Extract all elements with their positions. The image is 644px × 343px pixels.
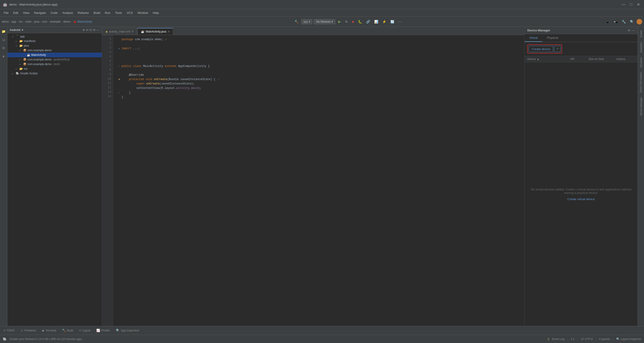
no-devices-selector[interactable]: No Devices ▾ — [314, 19, 335, 24]
menu-help[interactable]: Help — [151, 10, 161, 15]
device-manager-icon[interactable]: 📱 — [604, 19, 611, 24]
sync-tree-icon[interactable]: ⇄ — [86, 28, 88, 32]
device-tab-physical[interactable]: Physical — [542, 34, 563, 42]
create-device-button[interactable]: Create device — [529, 46, 553, 52]
sync-icon[interactable]: 🔄 — [389, 19, 396, 24]
code-line-1: package com.example.demo; ✓ — [117, 37, 521, 42]
menu-run[interactable]: Run — [103, 10, 112, 15]
bottom-tab-logcat[interactable]: ≡ Logcat — [76, 327, 93, 334]
tree-item-mainactivity[interactable]: ☕ MainActivity — [8, 53, 102, 57]
breadcrumb-demo[interactable]: demo — [2, 20, 9, 23]
event-log-count: 3 — [548, 337, 549, 341]
menu-window[interactable]: Window — [136, 10, 150, 15]
code-line-4 — [117, 51, 521, 55]
add-icon[interactable]: ⊕ — [82, 28, 85, 32]
search-icon[interactable]: 🔍 — [628, 19, 635, 24]
hide-icon[interactable]: — — [96, 28, 100, 32]
breadcrumb-src[interactable]: src — [19, 20, 23, 23]
right-side-tabs: Gradle Assistant Emulator Device File Ex… — [638, 27, 644, 326]
user-icon[interactable]: A — [636, 19, 642, 24]
tree-item-package-androidtest[interactable]: 📦 com.example.demo (androidTest) — [8, 57, 102, 62]
maximize-button[interactable]: □ — [628, 2, 634, 7]
sdk-icon[interactable]: 🔧 — [620, 19, 627, 24]
code-line-10: ⚙ protected void onCreate(Bundle savedIn… — [117, 77, 521, 82]
reload-icon[interactable]: ↻ — [344, 19, 349, 24]
bottom-tab-app-inspection[interactable]: 🔍 App Inspection — [113, 327, 142, 334]
indent-item[interactable]: 4 spaces — [599, 338, 610, 341]
app-selector[interactable]: app ▾ — [301, 19, 312, 24]
breadcrumb-mainactivity[interactable]: 🐞 MainActivity — [73, 20, 92, 23]
breadcrumb-main[interactable]: main — [26, 20, 32, 23]
layout-inspector-item[interactable]: 🔍 Layout Inspector — [616, 338, 641, 341]
collapse-all-icon[interactable]: ⊟ — [90, 28, 92, 32]
status-divider-1: | — [567, 338, 568, 341]
bottom-tab-profiler[interactable]: 📈 Profiler — [94, 327, 113, 334]
code-editor[interactable]: package com.example.demo; ✓ ▸ import ...… — [113, 35, 524, 326]
profile-icon[interactable]: ⚡ — [381, 19, 388, 24]
tree-item-java[interactable]: 📂 java — [8, 43, 102, 48]
resource-manager-icon[interactable]: 🗂 — [1, 37, 6, 42]
menu-navigate[interactable]: Navigate — [32, 10, 48, 15]
bookmarks-icon[interactable]: ★ — [1, 53, 6, 59]
xml-tab-close[interactable]: ✕ — [132, 30, 134, 33]
stop-icon[interactable]: ■ — [351, 19, 355, 24]
layout-inspector-label: Layout Inspector — [621, 338, 641, 341]
code-line-3: ▸ import ...; — [117, 46, 521, 51]
menu-vcs[interactable]: VCS — [125, 10, 135, 15]
panel-dropdown-icon[interactable]: ▾ — [22, 28, 23, 32]
breadcrumb-com[interactable]: com — [42, 20, 47, 23]
create-virtual-device-link[interactable]: Create virtual device — [567, 197, 595, 201]
menu-refactor[interactable]: Refactor — [76, 10, 91, 15]
device-file-explorer-tab[interactable]: Device File Explorer — [639, 70, 643, 95]
bottom-tab-build[interactable]: 🔨 Build — [59, 327, 76, 334]
gradle-sync-icon: 🐘 — [3, 337, 7, 341]
attach-icon[interactable]: 🔗 — [365, 19, 372, 24]
structure-icon[interactable]: ⚙ — [1, 45, 6, 51]
bottom-tab-terminal[interactable]: ▶ Terminal — [40, 327, 59, 334]
device-settings-icon[interactable]: ⚙ — [628, 29, 630, 32]
breadcrumb-java[interactable]: java — [34, 20, 39, 23]
avd-icon[interactable]: 📲 — [612, 19, 619, 24]
encoding-item[interactable]: LF UTF-8 — [581, 338, 593, 341]
device-tab-virtual[interactable]: Virtual — [524, 34, 542, 42]
close-button[interactable]: ✕ — [636, 2, 641, 7]
emulator-tab[interactable]: Emulator — [639, 55, 643, 70]
help-button[interactable]: ? — [554, 46, 560, 52]
debug-icon[interactable]: 🐛 — [357, 19, 363, 24]
menu-code[interactable]: Code — [49, 10, 60, 15]
project-view-icon[interactable]: 📁 — [1, 29, 6, 34]
tree-item-package-test[interactable]: 📦 com.example.demo (test) — [8, 62, 102, 66]
coverage-icon[interactable]: 📊 — [373, 19, 380, 24]
tree-item-manifests[interactable]: 📂 manifests — [8, 39, 102, 43]
tree-item-app[interactable]: 📱 app — [8, 34, 102, 39]
java-tab-close[interactable]: ✕ — [168, 30, 170, 33]
assistant-tab[interactable]: Assistant — [639, 40, 643, 55]
device-table-header: Device ▲ API Size on Disk Actions — [524, 56, 638, 62]
device-close-icon[interactable]: — — [632, 29, 635, 32]
tree-item-res[interactable]: 📂 res — [8, 66, 102, 71]
line-col-item[interactable]: 1:1 — [571, 338, 575, 341]
gradle-tab[interactable]: Gradle — [639, 28, 643, 40]
tab-mainactivity-java[interactable]: ☕ MainActivity.java ✕ — [138, 28, 173, 35]
settings-icon[interactable]: ⚙ — [93, 28, 96, 32]
menu-view[interactable]: View — [21, 10, 31, 15]
event-log-item[interactable]: Event Log — [552, 338, 564, 341]
menu-analyze[interactable]: Analyze — [60, 10, 75, 15]
breadcrumb-demo2[interactable]: demo — [63, 20, 70, 23]
breadcrumb-example[interactable]: example — [50, 20, 60, 23]
more-icon[interactable]: ⋯ — [397, 19, 403, 24]
bottom-tab-todo[interactable]: ≡ TODO — [1, 327, 17, 334]
tab-activity-main-xml[interactable]: ◈ activity_main.xml ✕ — [102, 28, 137, 35]
breadcrumb-app[interactable]: app — [12, 20, 16, 23]
tree-item-gradle[interactable]: 🐘 Gradle Scripts — [8, 71, 102, 76]
run-button[interactable]: ▶ — [337, 18, 342, 25]
tree-item-package-main[interactable]: 📦 com.example.demo — [8, 48, 102, 53]
menu-file[interactable]: File — [2, 10, 10, 15]
menu-build[interactable]: Build — [92, 10, 102, 15]
device-manager-side-tab[interactable]: Device Manager — [639, 95, 643, 118]
menu-tools[interactable]: Tools — [113, 10, 124, 15]
bottom-tab-problems[interactable]: ⚠ Problems — [18, 327, 39, 334]
menu-edit[interactable]: Edit — [11, 10, 20, 15]
minimize-button[interactable]: — — [620, 2, 627, 7]
hammer-icon[interactable]: 🔨 — [293, 19, 300, 24]
